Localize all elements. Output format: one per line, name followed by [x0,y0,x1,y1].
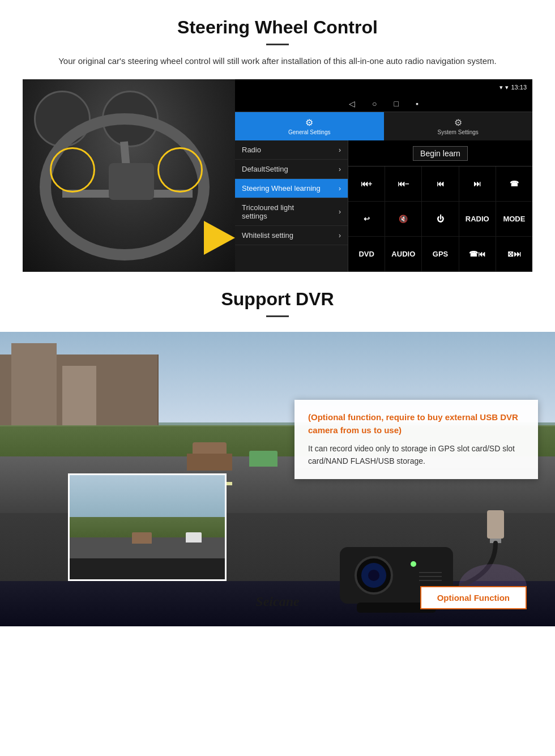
steering-arrow [204,221,235,255]
btn-hangup[interactable]: ↩ [348,202,385,236]
btn-power[interactable]: ⏻ [422,202,459,236]
system-settings-icon: ⚙ [454,117,462,128]
btn-row-2: ↩ 🔇 ⏻ RADIO MOD [348,202,532,237]
btn-vol-down[interactable]: ⏮− [385,166,422,201]
tricoloured-chevron-icon: › [339,208,341,216]
general-settings-label: General Settings [288,129,331,135]
menu-whitelist-label: Whitelist setting [242,231,293,240]
btn-audio[interactable]: AUDIO [385,237,422,271]
section1-subtitle: Your original car's steering wheel contr… [45,54,510,68]
section2-divider [266,315,289,317]
sw-circle-left [50,147,95,193]
btn-gps[interactable]: GPS [422,237,459,271]
dvr-thumbnail-inner [70,475,225,579]
optional-function-row: Optional Function [420,586,527,609]
btn-row-3: DVD AUDIO GPS ☎⏮ [348,237,532,272]
radio-chevron-icon: › [339,146,341,154]
android-menu: Radio › DefaultSetting › Steering Wheel … [235,140,532,272]
dvr-info-card: (Optional function, require to buy exter… [294,400,538,479]
btn-mode[interactable]: MODE [496,202,532,236]
whitelist-chevron-icon: › [339,232,341,240]
default-chevron-icon: › [339,165,341,173]
svg-point-5 [368,570,379,581]
steering-wheel-photo [23,79,235,272]
system-settings-label: System Settings [438,129,479,135]
steering-composite: ▾ ▾ 13:13 ◁ ○ □ ▪ ⚙ General Settings ⚙ [23,79,532,272]
general-settings-icon: ⚙ [305,117,313,128]
btn-next[interactable]: ⏭ [459,166,496,201]
android-tabs: ⚙ General Settings ⚙ System Settings [235,112,532,140]
btn-skip-next[interactable]: ⊠⏭ [496,237,532,271]
begin-learn-row: Begin learn [348,140,532,166]
menu-radio-label: Radio [242,146,261,154]
btn-row-1: ⏮+ ⏮− ⏮ ⏭ ☎ [348,166,532,202]
menu-default-label: DefaultSetting [242,165,288,173]
btn-mute[interactable]: 🔇 [385,202,422,236]
btn-phone[interactable]: ☎ [496,166,532,201]
dvr-bg-area: (Optional function, require to buy exter… [0,332,555,626]
section1-title: Steering Wheel Control [23,17,532,38]
section1-divider [266,44,289,45]
dvr-card-text: It can record video only to storage in G… [308,442,524,468]
menu-item-radio[interactable]: Radio › [235,140,348,160]
recents-icon[interactable]: □ [394,99,399,108]
btn-prev[interactable]: ⏮ [422,166,459,201]
signal-icon: ▾ [500,84,503,91]
settings-menu-left: Radio › DefaultSetting › Steering Wheel … [235,140,348,272]
menu-steering-label: Steering Wheel learning [242,184,321,193]
btn-phone-prev[interactable]: ☎⏮ [459,237,496,271]
android-panel: ▾ ▾ 13:13 ◁ ○ □ ▪ ⚙ General Settings ⚙ [235,79,532,272]
btn-radio[interactable]: RADIO [459,202,496,236]
menu-item-whitelist[interactable]: Whitelist setting › [235,226,348,245]
btn-dvd[interactable]: DVD [348,237,385,271]
seicane-brand: Seicane [255,594,299,609]
button-grid: ⏮+ ⏮− ⏮ ⏭ ☎ [348,166,532,272]
steering-chevron-icon: › [339,185,341,193]
section2-title: Support DVR [23,289,532,310]
home-icon[interactable]: ○ [372,99,377,108]
svg-point-6 [411,561,416,567]
section-steering: Steering Wheel Control Your original car… [0,0,555,272]
wifi-icon: ▾ [505,84,509,91]
menu-item-tricoloured[interactable]: Tricoloured lightsettings › [235,198,348,226]
tab-system-settings[interactable]: ⚙ System Settings [384,112,533,140]
android-nav-bar: ◁ ○ □ ▪ [235,95,532,112]
btn-vol-up[interactable]: ⏮+ [348,166,385,201]
menu-item-default-setting[interactable]: DefaultSetting › [235,160,348,179]
optional-function-button[interactable]: Optional Function [420,586,527,609]
steering-learn-panel: Begin learn ⏮+ ⏮− ⏮ [348,140,532,272]
dvr-title-area: Support DVR [0,272,555,332]
menu-icon[interactable]: ▪ [416,99,419,108]
menu-item-steering-wheel[interactable]: Steering Wheel learning › [235,179,348,198]
tab-general-settings[interactable]: ⚙ General Settings [235,112,384,140]
back-icon[interactable]: ◁ [349,99,355,108]
menu-tricoloured-label: Tricoloured lightsettings [242,203,294,220]
sw-circle-right [157,147,203,193]
dvr-thumbnail [68,473,227,581]
android-status-bar: ▾ ▾ 13:13 [235,79,532,95]
svg-rect-0 [487,510,504,539]
section-dvr: Support DVR [0,272,555,626]
begin-learn-button[interactable]: Begin learn [413,146,468,161]
dvr-card-title: (Optional function, require to buy exter… [308,411,524,437]
status-time: 13:13 [511,84,527,91]
